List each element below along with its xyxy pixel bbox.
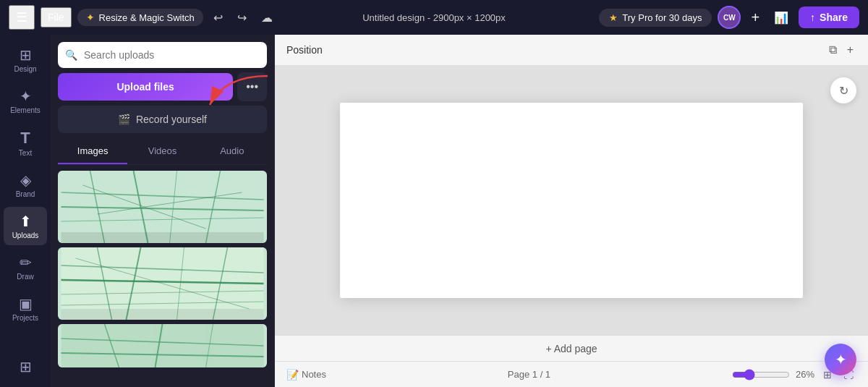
add-page-button[interactable]: + Add page bbox=[286, 343, 856, 354]
map-thumbnail-2 bbox=[58, 247, 267, 320]
add-page-bar: + Add page bbox=[275, 335, 868, 361]
canvas-workspace: ↻ bbox=[275, 66, 868, 335]
svg-rect-10 bbox=[61, 232, 264, 243]
more-apps-icon: ⊞ bbox=[20, 358, 32, 375]
magic-switch-button[interactable]: ✦ Resize & Magic Switch bbox=[77, 9, 203, 26]
avatar-text: CW bbox=[723, 14, 736, 22]
sidebar-item-design[interactable]: ⊞ Design bbox=[4, 41, 47, 79]
sidebar-bottom: ⊞ bbox=[4, 352, 47, 381]
canvas-topbar-icons: ⧉ + bbox=[826, 41, 856, 59]
canvas-frame[interactable] bbox=[340, 103, 803, 298]
add-frame-button[interactable]: + bbox=[844, 41, 856, 59]
sidebar-label-uploads: Uploads bbox=[12, 231, 39, 239]
sidebar-item-elements[interactable]: ✦ Elements bbox=[4, 82, 47, 120]
sidebar-item-uploads[interactable]: ⬆ Uploads bbox=[4, 207, 47, 245]
copy-frame-button[interactable]: ⧉ bbox=[826, 41, 840, 59]
page-indicator: Page 1 / 1 bbox=[508, 369, 550, 380]
uploads-panel: 🔍 Upload files ••• 🎬 Record yourself Ima… bbox=[51, 35, 275, 387]
sidebar-label-brand: Brand bbox=[16, 190, 35, 198]
uploads-icon: ⬆ bbox=[20, 213, 32, 230]
undo-button[interactable]: ↩ bbox=[209, 8, 227, 27]
upload-files-button[interactable]: Upload files bbox=[58, 73, 233, 101]
upload-more-button[interactable]: ••• bbox=[237, 72, 267, 101]
elements-icon: ✦ bbox=[20, 88, 32, 105]
canvas-area: Position ⧉ + ↻ + Add page 📝 Notes Page 1… bbox=[275, 35, 868, 387]
search-input[interactable] bbox=[58, 42, 267, 68]
redo-button[interactable]: ↪ bbox=[233, 8, 251, 27]
canvas-footer: 📝 Notes Page 1 / 1 26% ⊞ ⛶ bbox=[275, 361, 868, 387]
sidebar-label-draw: Draw bbox=[17, 273, 33, 281]
sidebar-item-projects[interactable]: ▣ Projects bbox=[4, 289, 47, 328]
zoom-level: 26% bbox=[796, 369, 814, 380]
images-grid bbox=[51, 165, 274, 387]
tab-images[interactable]: Images bbox=[58, 139, 127, 164]
add-team-button[interactable]: + bbox=[746, 8, 764, 27]
share-button[interactable]: ↑ Share bbox=[799, 7, 859, 28]
search-icon: 🔍 bbox=[65, 49, 77, 61]
share-label: Share bbox=[820, 12, 848, 23]
sidebar-item-text[interactable]: T Text bbox=[4, 123, 47, 163]
magic-assistant-button[interactable]: ✦ bbox=[825, 344, 856, 375]
analytics-button[interactable]: 📊 bbox=[770, 8, 793, 27]
menu-icon[interactable]: ☰ bbox=[9, 5, 35, 30]
zoom-slider[interactable] bbox=[732, 369, 790, 380]
pro-star-icon: ★ bbox=[609, 12, 618, 23]
map-thumbnail-1 bbox=[58, 171, 267, 243]
sidebar-item-more[interactable]: ⊞ bbox=[4, 352, 47, 381]
notes-button[interactable]: 📝 Notes bbox=[286, 369, 326, 380]
svg-rect-22 bbox=[61, 324, 264, 367]
magic-circle-icon: ✦ bbox=[835, 351, 847, 368]
magic-star-icon: ✦ bbox=[86, 12, 95, 23]
list-item[interactable] bbox=[58, 324, 267, 367]
list-item[interactable] bbox=[58, 171, 267, 243]
position-label: Position bbox=[286, 44, 323, 56]
topbar-actions: ★ Try Pro for 30 days CW + 📊 ↑ Share bbox=[599, 6, 859, 29]
search-area: 🔍 bbox=[58, 42, 267, 68]
media-tabs: Images Videos Audio bbox=[58, 139, 267, 165]
tab-videos[interactable]: Videos bbox=[127, 139, 197, 164]
cloud-save-button[interactable]: ☁ bbox=[257, 8, 277, 27]
sidebar-label-elements: Elements bbox=[10, 106, 41, 114]
record-icon: 🎬 bbox=[118, 114, 130, 125]
sidebar-item-draw[interactable]: ✏ Draw bbox=[4, 248, 47, 286]
magic-switch-label: Resize & Magic Switch bbox=[99, 12, 195, 23]
record-label: Record yourself bbox=[136, 114, 207, 125]
text-icon: T bbox=[20, 129, 30, 148]
upload-row: Upload files ••• bbox=[58, 72, 267, 101]
refresh-button[interactable]: ↻ bbox=[830, 77, 856, 103]
projects-icon: ▣ bbox=[19, 295, 33, 312]
draw-icon: ✏ bbox=[20, 254, 32, 271]
notes-icon: 📝 bbox=[286, 369, 299, 380]
brand-icon: ◈ bbox=[20, 171, 31, 189]
notes-label: Notes bbox=[302, 369, 326, 380]
svg-rect-21 bbox=[61, 309, 264, 320]
file-menu[interactable]: File bbox=[41, 7, 72, 27]
main-area: ⊞ Design ✦ Elements T Text ◈ Brand ⬆ Upl… bbox=[0, 35, 868, 387]
share-icon: ↑ bbox=[810, 12, 815, 23]
icon-sidebar: ⊞ Design ✦ Elements T Text ◈ Brand ⬆ Upl… bbox=[0, 35, 51, 387]
document-title: Untitled design - 2900px × 1200px bbox=[362, 12, 506, 23]
sidebar-item-brand[interactable]: ◈ Brand bbox=[4, 166, 47, 204]
sidebar-label-text: Text bbox=[19, 149, 32, 157]
sidebar-label-projects: Projects bbox=[12, 314, 38, 322]
try-pro-button[interactable]: ★ Try Pro for 30 days bbox=[599, 9, 712, 27]
pro-label: Try Pro for 30 days bbox=[622, 12, 702, 23]
record-yourself-button[interactable]: 🎬 Record yourself bbox=[58, 106, 267, 133]
list-item[interactable] bbox=[58, 247, 267, 320]
topbar: ☰ File ✦ Resize & Magic Switch ↩ ↪ ☁ Unt… bbox=[0, 0, 868, 35]
design-icon: ⊞ bbox=[20, 46, 32, 64]
map-thumbnail-3 bbox=[58, 324, 267, 367]
canvas-topbar: Position ⧉ + bbox=[275, 35, 868, 66]
avatar[interactable]: CW bbox=[718, 6, 741, 29]
sidebar-label-design: Design bbox=[14, 65, 36, 73]
tab-audio[interactable]: Audio bbox=[197, 139, 267, 164]
